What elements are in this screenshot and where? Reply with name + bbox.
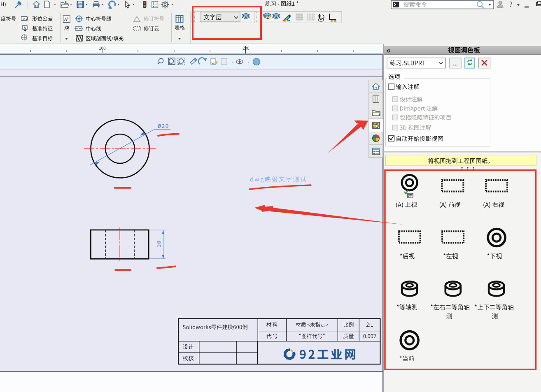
svg-text:10: 10 xyxy=(156,240,162,248)
svg-text:Ø20: Ø20 xyxy=(158,123,169,130)
